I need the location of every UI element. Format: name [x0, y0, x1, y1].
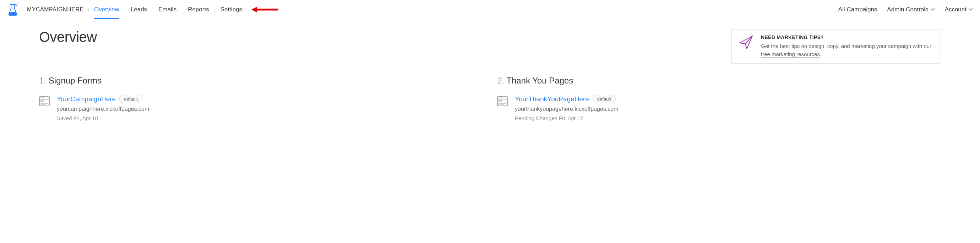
- tip-title: NEED MARKETING TIPS?: [761, 34, 934, 40]
- tip-body-prefix: Get the best tips on design, copy, and m…: [761, 43, 931, 49]
- page-info: YourThankYouPageHere default yourthankyo…: [515, 95, 618, 121]
- svg-rect-12: [40, 100, 44, 102]
- tab-leads[interactable]: Leads: [130, 0, 147, 19]
- default-badge: default: [593, 95, 616, 103]
- tip-link[interactable]: free marketing resources: [761, 51, 820, 58]
- section-num: 1.: [39, 76, 46, 85]
- nav-account-label: Account: [945, 6, 967, 13]
- top-nav: MYCAMPAIGNHERE › Overview Leads Emails R…: [0, 0, 980, 19]
- page-title: Overview: [39, 29, 97, 45]
- section-heading-thankyou: 2. Thank You Pages: [497, 76, 941, 86]
- svg-point-10: [42, 98, 43, 98]
- section-label: Thank You Pages: [506, 76, 573, 85]
- page-saved: Saved Fri, Apr 10: [57, 115, 149, 121]
- nav-all-campaigns[interactable]: All Campaigns: [838, 6, 877, 13]
- page-url: yourcampaignhere.kickoffpages.com: [57, 106, 149, 112]
- annotation-arrow-icon: [251, 6, 278, 13]
- svg-point-1: [16, 3, 16, 4]
- page-item: YourThankYouPageHere default yourthankyo…: [497, 95, 941, 121]
- nav-tabs: Overview Leads Emails Reports Settings: [94, 0, 838, 19]
- tab-emails[interactable]: Emails: [158, 0, 177, 19]
- page-item: YourCampaignHere default yourcampaignher…: [39, 95, 483, 121]
- page-saved: Pending Changes Fri, Apr 17: [515, 115, 618, 121]
- right-nav: All Campaigns Admin Controls Account: [838, 0, 973, 19]
- svg-rect-20: [498, 100, 502, 102]
- nav-all-campaigns-label: All Campaigns: [838, 6, 877, 13]
- app-logo-icon: [7, 3, 19, 16]
- content: Overview NEED MARKETING TIPS? Get the be…: [0, 19, 980, 132]
- svg-point-19: [501, 98, 503, 98]
- page-info: YourCampaignHere default yourcampaignher…: [57, 95, 149, 121]
- svg-marker-5: [251, 7, 257, 13]
- tip-body-suffix: .: [820, 51, 821, 57]
- tip-body: Get the best tips on design, copy, and m…: [761, 42, 934, 58]
- page-preview-icon: [497, 96, 508, 106]
- svg-point-2: [16, 5, 18, 6]
- svg-point-18: [500, 98, 501, 98]
- breadcrumb-separator: ›: [88, 6, 89, 13]
- default-badge: default: [119, 95, 142, 103]
- nav-admin-controls-label: Admin Controls: [887, 6, 928, 13]
- chevron-down-icon: [969, 8, 973, 11]
- top-row: Overview NEED MARKETING TIPS? Get the be…: [39, 29, 941, 64]
- column-signup-forms: 1. Signup Forms YourCampaignHere: [39, 76, 483, 121]
- tab-reports[interactable]: Reports: [188, 0, 209, 19]
- svg-point-11: [43, 98, 45, 98]
- svg-line-6: [745, 36, 752, 44]
- section-label: Signup Forms: [49, 76, 102, 85]
- tip-content: NEED MARKETING TIPS? Get the best tips o…: [761, 34, 934, 58]
- page-name-link[interactable]: YourCampaignHere: [57, 95, 116, 103]
- tab-settings[interactable]: Settings: [221, 0, 242, 19]
- columns: 1. Signup Forms YourCampaignHere: [39, 76, 941, 121]
- paper-plane-icon: [738, 34, 754, 50]
- tab-overview[interactable]: Overview: [94, 0, 119, 19]
- section-heading-signup: 1. Signup Forms: [39, 76, 483, 86]
- section-num: 2.: [497, 76, 504, 85]
- column-thank-you-pages: 2. Thank You Pages YourThankYouPageHere: [497, 76, 941, 121]
- page-title-row: YourThankYouPageHere default: [515, 95, 618, 103]
- svg-point-9: [40, 98, 41, 98]
- chevron-down-icon: [931, 8, 935, 11]
- page-preview-icon: [39, 96, 50, 106]
- campaign-name[interactable]: MYCAMPAIGNHERE: [27, 6, 84, 13]
- nav-admin-controls[interactable]: Admin Controls: [887, 6, 935, 13]
- tip-card: NEED MARKETING TIPS? Get the best tips o…: [732, 29, 941, 64]
- page-name-link[interactable]: YourThankYouPageHere: [515, 95, 589, 103]
- svg-point-17: [498, 98, 500, 98]
- page-url: yourthankyoupagehere.kickoffpages.com: [515, 106, 618, 112]
- nav-account[interactable]: Account: [945, 6, 973, 13]
- svg-point-3: [18, 3, 18, 4]
- page-title-row: YourCampaignHere default: [57, 95, 149, 103]
